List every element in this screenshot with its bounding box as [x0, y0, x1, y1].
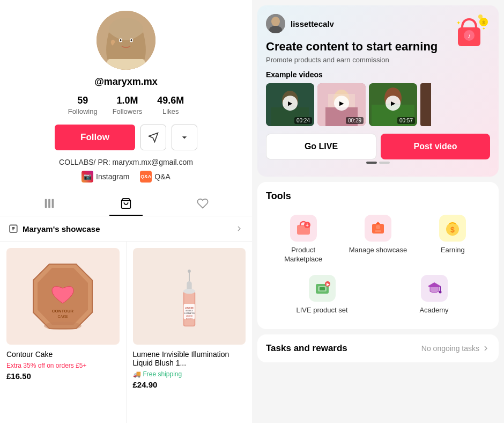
- play-button-3[interactable]: ▶: [386, 96, 401, 111]
- showcase-icon: [9, 224, 18, 234]
- svg-marker-8: [149, 133, 158, 142]
- live-product-set-label: LIVE product set: [296, 306, 347, 315]
- product-image-1: CONTOUR CAKE: [6, 248, 120, 345]
- tab-likes[interactable]: [186, 192, 219, 216]
- message-button[interactable]: [140, 125, 166, 150]
- qa-link[interactable]: Q&A Q&A: [140, 171, 171, 183]
- action-row: Follow: [55, 125, 197, 150]
- video-duration-3: 00:57: [397, 117, 415, 124]
- video-thumb-4[interactable]: [420, 83, 431, 126]
- product-name-1: Contour Cake: [6, 350, 120, 359]
- tool-manage-showcase[interactable]: Manage showcase: [340, 209, 415, 269]
- instagram-icon: 📷: [81, 171, 93, 183]
- qa-icon: Q&A: [140, 171, 152, 183]
- svg-text:✦: ✦: [482, 26, 486, 31]
- qa-label: Q&A: [154, 172, 171, 181]
- chevron-right-icon: [235, 224, 243, 233]
- svg-rect-10: [48, 199, 50, 208]
- tools-card: Tools + ProductMarketplace: [257, 182, 499, 329]
- svg-point-70: [439, 291, 441, 294]
- academy-label: Academy: [419, 306, 448, 315]
- video-duration-2: 00:29: [346, 117, 364, 124]
- followers-value: 1.0M: [113, 95, 143, 106]
- svg-point-6: [120, 39, 122, 41]
- product-marketplace-label: ProductMarketplace: [284, 246, 322, 264]
- academy-icon: [421, 275, 448, 302]
- videos-row: ▶ 00:24 ▶ 00:29: [266, 83, 490, 126]
- example-videos-label: Example videos: [266, 70, 490, 79]
- tool-live-product-set[interactable]: ▶ LIVE product set: [266, 269, 378, 320]
- tool-product-marketplace[interactable]: + ProductMarketplace: [266, 209, 340, 269]
- play-button-1[interactable]: ▶: [283, 96, 298, 111]
- go-live-button[interactable]: Go LIVE: [266, 134, 376, 159]
- tasks-chevron-icon: [481, 344, 490, 353]
- stat-following: 59 Following: [68, 95, 98, 116]
- video-duration-1: 00:24: [294, 117, 312, 124]
- cta-row: Go LIVE Post video: [266, 134, 490, 159]
- creator-card: lissettecalv Create content to start ear…: [257, 5, 499, 177]
- svg-text:BLUSH: BLUSH: [186, 318, 192, 320]
- manage-showcase-icon: [365, 215, 391, 242]
- svg-point-59: [376, 225, 380, 229]
- creator-name: lissettecalv: [291, 19, 334, 28]
- svg-text:✦: ✦: [456, 20, 461, 26]
- video-thumb-1[interactable]: ▶ 00:24: [266, 83, 314, 126]
- manage-showcase-label: Manage showcase: [349, 246, 407, 255]
- svg-rect-11: [51, 199, 54, 208]
- tab-grid[interactable]: [33, 192, 66, 216]
- follow-button[interactable]: Follow: [55, 125, 135, 150]
- svg-text:CONTOUR: CONTOUR: [52, 309, 74, 313]
- svg-point-30: [188, 269, 191, 273]
- more-button[interactable]: [172, 125, 197, 150]
- svg-point-32: [271, 17, 280, 26]
- product-image-2: LUMENE INVISIBLE ILLUMINATION LIQUID BLU…: [133, 248, 246, 345]
- instagram-link[interactable]: 📷 Instagram: [81, 171, 129, 183]
- product-discount-1: Extra 35% off on orders £5+: [6, 362, 120, 369]
- tasks-status[interactable]: No ongoing tasks: [421, 344, 490, 353]
- svg-point-28: [183, 289, 196, 294]
- svg-text:INVISIBLE: INVISIBLE: [186, 310, 193, 312]
- showcase-header: Maryam's showcase: [0, 216, 252, 242]
- play-button-2[interactable]: ▶: [334, 96, 349, 111]
- svg-text:ILLUMINATION: ILLUMINATION: [184, 312, 194, 315]
- product-marketplace-icon: +: [290, 215, 317, 242]
- video-thumb-3[interactable]: ▶ 00:57: [369, 83, 417, 126]
- svg-text:CAKE: CAKE: [58, 315, 68, 318]
- product-card-2[interactable]: LUMENE INVISIBLE ILLUMINATION LIQUID BLU…: [127, 242, 253, 423]
- live-product-set-icon: ▶: [309, 275, 336, 302]
- free-shipping-badge: 🚚 Free shipping: [133, 370, 246, 378]
- svg-rect-9: [45, 199, 47, 208]
- tab-shop[interactable]: [109, 192, 143, 216]
- stats-row: 59 Following 1.0M Followers 49.6M Likes: [68, 95, 184, 116]
- avatar: [97, 11, 155, 70]
- svg-rect-60: [375, 230, 381, 232]
- svg-text:$: $: [450, 225, 455, 234]
- followers-label: Followers: [113, 107, 143, 115]
- dot-1: [366, 162, 377, 164]
- tools-grid: + ProductMarketplace Manage showcase: [266, 209, 490, 320]
- svg-point-7: [131, 39, 132, 41]
- contact-info: COLLABS/ PR: maryxm.mx@gmail.com: [59, 158, 193, 166]
- tasks-title: Tasks and rewards: [266, 343, 347, 354]
- svg-point-18: [44, 322, 81, 330]
- right-panel: lissettecalv Create content to start ear…: [252, 0, 504, 423]
- product-name-2: Lumene Invisible Illumination Liquid Blu…: [133, 350, 246, 367]
- post-video-button[interactable]: Post video: [381, 134, 490, 159]
- earning-sub: Promote products and earn commission: [266, 56, 490, 64]
- stat-followers: 1.0M Followers: [113, 95, 143, 116]
- stat-likes: 49.6M Likes: [157, 95, 184, 116]
- username: @maryxm.mx: [94, 76, 158, 87]
- product-card-1[interactable]: CONTOUR CAKE Contour Cake Extra 35% off …: [0, 242, 127, 423]
- left-panel: @maryxm.mx 59 Following 1.0M Followers 4…: [0, 0, 252, 423]
- creator-avatar: [266, 14, 285, 33]
- tabs-row: [0, 192, 252, 216]
- tool-earning[interactable]: $ Earning: [416, 209, 490, 269]
- video-thumb-2[interactable]: ▶ 00:29: [317, 83, 366, 126]
- tool-academy[interactable]: Academy: [378, 269, 490, 320]
- svg-text:+: +: [306, 222, 309, 228]
- dot-2: [379, 162, 390, 164]
- tasks-card[interactable]: Tasks and rewards No ongoing tasks: [257, 334, 499, 362]
- svg-text:$: $: [482, 20, 485, 25]
- instagram-label: Instagram: [96, 172, 129, 181]
- products-grid: CONTOUR CAKE Contour Cake Extra 35% off …: [0, 242, 252, 423]
